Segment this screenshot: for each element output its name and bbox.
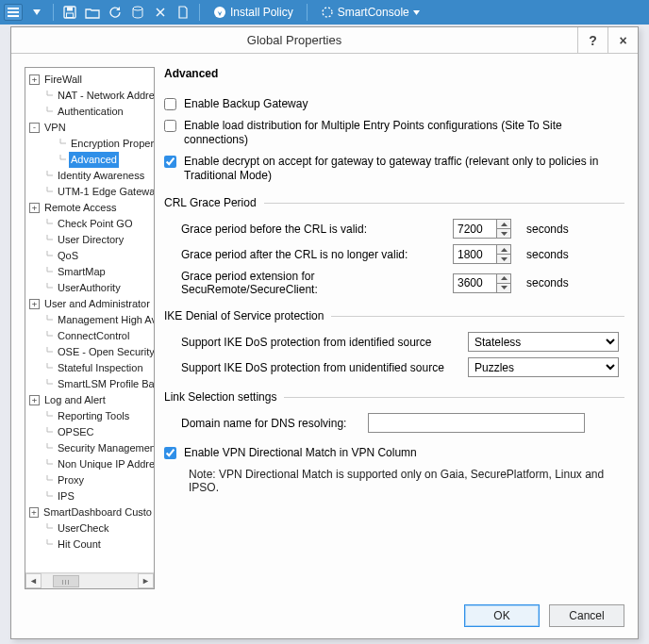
- tree-item-label[interactable]: Non Unique IP Address: [56, 456, 154, 472]
- tree-item-label[interactable]: Encryption Properti: [69, 136, 154, 152]
- tree-item[interactable]: Check Point GO: [27, 216, 154, 232]
- tree-horizontal-scrollbar[interactable]: ◄ III ►: [25, 572, 154, 588]
- ike-identified-select[interactable]: Stateless: [468, 332, 619, 352]
- tree-item[interactable]: UserAuthority: [27, 280, 154, 296]
- tree-item[interactable]: UserCheck: [27, 520, 154, 537]
- scroll-left-icon[interactable]: ◄: [25, 573, 42, 588]
- tree-item-label[interactable]: OSE - Open Security E: [56, 344, 154, 360]
- refresh-icon[interactable]: [107, 4, 124, 21]
- close-button[interactable]: ×: [607, 27, 638, 53]
- tree-item[interactable]: Management High Ava: [27, 312, 154, 328]
- ike-unidentified-select[interactable]: Puzzles: [468, 357, 619, 377]
- document-icon[interactable]: [175, 4, 191, 21]
- navigation-tree[interactable]: +FireWallNAT - Network AddresAuthenticat…: [25, 68, 154, 571]
- tree-item-label[interactable]: SmartMap: [56, 264, 108, 280]
- tree-item[interactable]: +FireWall: [27, 72, 154, 88]
- expand-icon[interactable]: +: [29, 203, 40, 213]
- tree-item[interactable]: Security Management .: [27, 440, 154, 456]
- tree-item[interactable]: Authentication: [27, 104, 154, 120]
- tree-item-label[interactable]: OPSEC: [56, 424, 96, 440]
- tree-item-label[interactable]: QoS: [56, 248, 80, 264]
- install-policy-button[interactable]: Install Policy: [208, 2, 299, 23]
- expand-icon[interactable]: +: [29, 299, 40, 309]
- tree-item[interactable]: Proxy: [27, 472, 154, 488]
- open-folder-icon[interactable]: [84, 4, 101, 21]
- tree-item[interactable]: +SmartDashboard Custo: [27, 504, 154, 520]
- spin-down-icon[interactable]: [496, 228, 511, 239]
- ok-button[interactable]: OK: [464, 604, 540, 627]
- tree-item-label[interactable]: User and Administrator: [42, 296, 152, 312]
- tree-item[interactable]: -VPN: [27, 120, 154, 136]
- tree-item[interactable]: OSE - Open Security E: [27, 344, 154, 360]
- tree-item-label[interactable]: Reporting Tools: [56, 408, 131, 424]
- tree-item[interactable]: +Remote Access: [27, 200, 154, 216]
- tree-item-label[interactable]: UserCheck: [56, 520, 110, 537]
- enable-load-distribution-checkbox[interactable]: [164, 120, 176, 132]
- tree-item-label[interactable]: Authentication: [56, 104, 125, 120]
- tree-item[interactable]: SmartMap: [27, 264, 154, 280]
- tree-item-label[interactable]: FireWall: [42, 72, 84, 88]
- tree-item-label[interactable]: UserAuthority: [56, 280, 123, 296]
- tree-item[interactable]: Encryption Properti: [27, 136, 154, 152]
- scroll-right-icon[interactable]: ►: [138, 573, 154, 588]
- cancel-button[interactable]: Cancel: [549, 604, 624, 627]
- expand-icon[interactable]: +: [29, 395, 40, 405]
- tree-item[interactable]: Non Unique IP Address: [27, 456, 154, 472]
- enable-decrypt-on-accept-checkbox[interactable]: [164, 156, 176, 168]
- tree-item-label[interactable]: Proxy: [56, 472, 86, 488]
- smartconsole-button[interactable]: SmartConsole: [315, 2, 425, 23]
- tree-item[interactable]: Advanced: [27, 152, 154, 168]
- tree-item[interactable]: +Log and Alert: [27, 392, 154, 408]
- enable-vpn-directional-match-checkbox[interactable]: [164, 447, 176, 459]
- tree-item-label[interactable]: SmartLSM Profile Base: [56, 376, 154, 392]
- tree-item-label[interactable]: Log and Alert: [42, 392, 108, 408]
- tree-item-label[interactable]: User Directory: [56, 232, 125, 248]
- spin-up-icon[interactable]: [496, 219, 511, 228]
- tree-item-label[interactable]: VPN: [42, 120, 68, 136]
- tree-item-label[interactable]: UTM-1 Edge Gateway: [56, 184, 154, 200]
- scroll-thumb[interactable]: III: [53, 575, 79, 587]
- expand-icon[interactable]: +: [29, 507, 39, 518]
- spin-up-icon[interactable]: [496, 244, 511, 254]
- tree-item[interactable]: Reporting Tools: [27, 408, 154, 424]
- tree-item[interactable]: NAT - Network Addres: [27, 88, 154, 104]
- tree-item-label[interactable]: Security Management .: [56, 440, 154, 456]
- tree-item-label[interactable]: SmartDashboard Custo: [42, 504, 154, 520]
- tree-item-label[interactable]: Advanced: [69, 152, 119, 168]
- tree-item-label[interactable]: Remote Access: [42, 200, 118, 216]
- tree-item-label[interactable]: Identity Awareness: [56, 168, 146, 184]
- tree-item-label[interactable]: Hit Count: [56, 537, 103, 553]
- tree-item[interactable]: QoS: [27, 248, 154, 264]
- tree-item[interactable]: User Directory: [27, 232, 154, 248]
- spin-down-icon[interactable]: [496, 254, 511, 264]
- tools-icon[interactable]: [152, 4, 169, 21]
- tree-item[interactable]: +User and Administrator: [27, 296, 154, 312]
- tree-item[interactable]: Hit Count: [27, 537, 154, 553]
- collapse-icon[interactable]: -: [29, 123, 40, 133]
- tree-item[interactable]: Stateful Inspection: [27, 360, 154, 376]
- tree-item-label[interactable]: Check Point GO: [56, 216, 134, 232]
- scroll-track[interactable]: III: [42, 573, 138, 588]
- crl-after-input[interactable]: [453, 244, 496, 264]
- help-button[interactable]: ?: [577, 27, 607, 53]
- app-menu-button[interactable]: [4, 4, 23, 21]
- dropdown-icon[interactable]: [28, 4, 45, 21]
- enable-backup-gateway-checkbox[interactable]: [164, 98, 176, 110]
- crl-ext-input[interactable]: [453, 273, 496, 293]
- spin-down-icon[interactable]: [496, 283, 511, 293]
- tree-item-label[interactable]: IPS: [56, 488, 76, 504]
- tree-item[interactable]: ConnectControl: [27, 328, 154, 344]
- tree-item[interactable]: IPS: [27, 488, 154, 504]
- tree-item-label[interactable]: Stateful Inspection: [56, 360, 145, 376]
- spin-up-icon[interactable]: [496, 273, 511, 283]
- save-icon[interactable]: [61, 4, 78, 21]
- tree-item-label[interactable]: ConnectControl: [56, 328, 131, 344]
- tree-item-label[interactable]: Management High Ava: [56, 312, 154, 328]
- tree-item-label[interactable]: NAT - Network Addres: [56, 88, 154, 104]
- database-icon[interactable]: [129, 4, 146, 21]
- tree-item[interactable]: SmartLSM Profile Base: [27, 376, 154, 392]
- dns-input[interactable]: [368, 413, 585, 433]
- tree-item[interactable]: OPSEC: [27, 424, 154, 440]
- tree-item[interactable]: UTM-1 Edge Gateway: [27, 184, 154, 200]
- tree-item[interactable]: Identity Awareness: [27, 168, 154, 184]
